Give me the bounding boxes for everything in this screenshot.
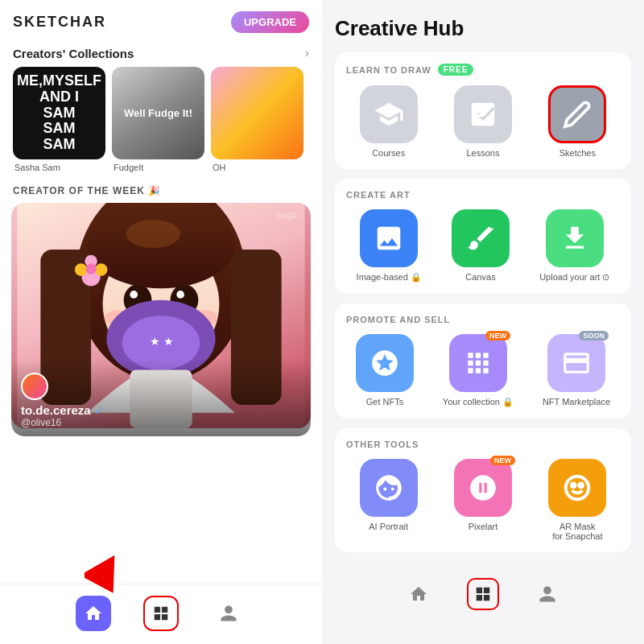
- collection-card[interactable]: [211, 67, 303, 159]
- upgrade-button[interactable]: UPGRADE: [231, 11, 309, 33]
- collection-icon-box[interactable]: NEW: [449, 334, 507, 392]
- home-icon-box[interactable]: [76, 596, 111, 631]
- app-logo: SKETCHAR: [13, 14, 106, 31]
- ar-mask-icon-box[interactable]: [548, 459, 606, 517]
- svg-point-18: [126, 220, 181, 248]
- pixelart-new-badge: NEW: [490, 456, 515, 465]
- right-nav-home[interactable]: [402, 578, 435, 610]
- upload-icon-box[interactable]: [546, 209, 604, 267]
- hub-item-lessons[interactable]: Lessons: [454, 85, 512, 158]
- collection-card-text: ME,MYSELF AND ISAMSAMSAM: [13, 67, 105, 159]
- section-title-promote: PROMOTE AND SELL: [346, 315, 620, 324]
- collection-label: Sasha Sam: [13, 159, 105, 172]
- nav-home[interactable]: [76, 596, 111, 631]
- section-title-create: CREATE ART: [346, 190, 620, 200]
- creator-image-area: ★ ★ mugit... to: [11, 203, 311, 436]
- page-title: Creative Hub: [335, 16, 631, 41]
- hub-item-upload[interactable]: Upload your art ⊙: [539, 209, 609, 283]
- collection-card[interactable]: ME,MYSELF AND ISAMSAMSAM: [13, 67, 105, 159]
- hub-item-nft-marketplace[interactable]: SOON NFT Marketplace: [543, 334, 610, 407]
- list-item[interactable]: Well Fudge It! FudgeIt: [112, 67, 204, 172]
- nav-grid[interactable]: [143, 596, 179, 631]
- other-items-row: AI Portrait NEW Pixelart: [346, 459, 620, 541]
- ar-mask-label: AR Maskfor Snapchat: [552, 522, 602, 541]
- svg-point-9: [176, 291, 184, 299]
- get-nfts-icon-box[interactable]: [356, 334, 414, 392]
- hub-item-get-nfts[interactable]: Get NFTs: [356, 334, 414, 407]
- home-icon: [84, 604, 103, 623]
- collection-label: Your collection 🔒: [443, 397, 514, 407]
- ai-portrait-icon: [374, 473, 404, 503]
- hub-item-collection[interactable]: NEW Your collection 🔒: [443, 334, 514, 407]
- svg-marker-25: [85, 555, 130, 597]
- hub-item-ai-portrait[interactable]: AI Portrait: [360, 459, 418, 541]
- svg-point-21: [95, 263, 107, 275]
- sketches-icon: [563, 100, 592, 129]
- list-item[interactable]: ME,MYSELF AND ISAMSAMSAM Sasha Sam: [13, 67, 105, 172]
- collections-chevron-icon[interactable]: ›: [305, 46, 309, 60]
- svg-point-22: [75, 263, 87, 275]
- hub-item-canvas[interactable]: Canvas: [452, 209, 510, 283]
- nft-marketplace-icon-box[interactable]: SOON: [547, 334, 605, 392]
- svg-point-23: [85, 263, 97, 275]
- new-badge: NEW: [485, 331, 510, 341]
- canvas-label: Canvas: [465, 272, 495, 282]
- get-nfts-label: Get NFTs: [366, 397, 403, 407]
- svg-point-30: [580, 483, 584, 487]
- pixelart-icon-box[interactable]: NEW: [454, 459, 512, 517]
- sketches-label: Sketches: [559, 148, 596, 158]
- soon-badge: SOON: [579, 331, 609, 341]
- free-badge: FREE: [438, 64, 474, 76]
- collections-row: ME,MYSELF AND ISAMSAMSAM Sasha Sam Well …: [0, 67, 322, 182]
- nft-marketplace-icon: [561, 348, 592, 378]
- svg-point-28: [566, 477, 589, 500]
- collection-card-inner: Well Fudge It!: [112, 67, 204, 159]
- nft-icon: [369, 348, 400, 378]
- bottom-nav: [0, 584, 322, 644]
- canvas-icon-box[interactable]: [452, 209, 510, 267]
- svg-text:★: ★: [150, 336, 160, 348]
- verified-icon: ✓: [94, 404, 104, 417]
- watermark: mugit...: [276, 211, 303, 220]
- creator-info-overlay: to.de.cereza ✓ @olive16: [11, 360, 311, 436]
- courses-icon-box[interactable]: [360, 85, 418, 143]
- upload-icon: [559, 223, 590, 254]
- profile-icon-box[interactable]: [211, 596, 246, 631]
- creator-avatar: [21, 373, 48, 400]
- creator-handle: @olive16: [21, 417, 301, 428]
- hub-item-ar-mask[interactable]: AR Maskfor Snapchat: [548, 459, 606, 541]
- right-home-icon-box[interactable]: [402, 578, 435, 610]
- right-grid-icon-box[interactable]: [467, 578, 499, 610]
- canvas-icon: [465, 223, 496, 254]
- lessons-label: Lessons: [466, 148, 499, 158]
- creator-name: to.de.cereza: [21, 403, 91, 417]
- pixelart-icon: [468, 473, 498, 503]
- section-other-tools: OTHER TOOLS AI Portrait NEW: [335, 428, 631, 552]
- nav-profile[interactable]: [211, 596, 246, 631]
- nft-marketplace-label: NFT Marketplace: [543, 397, 610, 407]
- ai-portrait-icon-box[interactable]: [360, 459, 418, 517]
- right-nav-profile[interactable]: [531, 578, 564, 610]
- collection-card[interactable]: Well Fudge It!: [112, 67, 204, 159]
- lessons-icon-box[interactable]: [454, 85, 512, 143]
- section-create-art: CREATE ART Image-based 🔒 Canvas: [335, 179, 631, 294]
- svg-rect-27: [475, 114, 483, 117]
- hub-item-pixelart[interactable]: NEW Pixelart: [454, 459, 512, 541]
- hub-item-courses[interactable]: Courses: [360, 85, 418, 158]
- right-profile-icon-box[interactable]: [531, 578, 564, 610]
- lessons-icon: [468, 99, 498, 130]
- list-item[interactable]: OH: [211, 67, 303, 172]
- grid-icon-box[interactable]: [143, 596, 179, 631]
- grid-icon: [152, 605, 170, 622]
- svg-point-8: [130, 291, 138, 299]
- right-grid-icon: [474, 585, 492, 603]
- svg-rect-26: [475, 109, 485, 112]
- right-nav-grid[interactable]: [467, 578, 499, 610]
- sketches-icon-box[interactable]: [548, 85, 606, 143]
- image-based-icon-box[interactable]: [360, 209, 418, 267]
- collection-card-text: Well Fudge It!: [124, 107, 192, 119]
- section-title-learn: LEARN TO DRAW FREE: [346, 64, 620, 76]
- collections-header: Creators' Collections ›: [0, 41, 322, 67]
- hub-item-image-based[interactable]: Image-based 🔒: [357, 209, 422, 283]
- hub-item-sketches[interactable]: Sketches: [548, 85, 606, 158]
